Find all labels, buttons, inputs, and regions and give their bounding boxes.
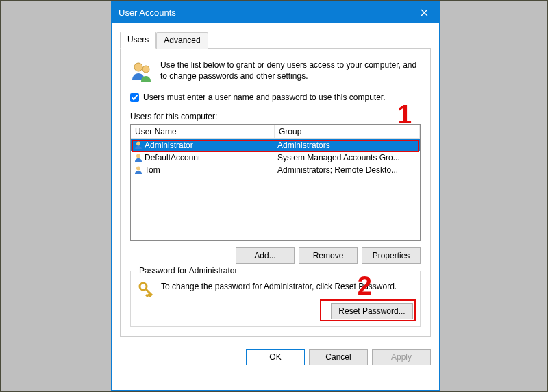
users-icon — [130, 60, 153, 83]
titlebar: User Accounts — [112, 2, 439, 23]
window-title: User Accounts — [119, 8, 176, 18]
require-login-checkbox[interactable] — [130, 93, 139, 102]
client-area: Users Advanced Use the list below to gra… — [112, 23, 439, 340]
apply-button[interactable]: Apply — [372, 349, 431, 365]
require-login-row: Users must enter a user name and passwor… — [129, 88, 422, 108]
tabstrip: Users Advanced — [120, 31, 431, 49]
tab-users-panel: Use the list below to grant or deny user… — [120, 49, 431, 337]
remove-button[interactable]: Remove — [299, 247, 358, 264]
intro-row: Use the list below to grant or deny user… — [129, 57, 422, 88]
cell-group: Administrators — [275, 140, 420, 151]
reset-button-row: Reset Password... — [138, 303, 413, 319]
users-listbox[interactable]: User Name Group Administrator Administra… — [130, 124, 421, 241]
list-row-tom[interactable]: Tom Administrators; Remote Deskto... — [131, 164, 420, 176]
user-buttons-row: Add... Remove Properties — [130, 247, 421, 264]
password-groupbox: Password for Administrator To change the… — [130, 271, 421, 327]
col-username[interactable]: User Name — [131, 125, 275, 138]
list-row-administrator[interactable]: Administrator Administrators — [131, 139, 420, 151]
cancel-button[interactable]: Cancel — [309, 349, 368, 365]
svg-point-2 — [134, 63, 142, 71]
cell-group: Administrators; Remote Deskto... — [275, 164, 420, 175]
add-button[interactable]: Add... — [236, 247, 295, 264]
dialog-buttons: OK Cancel Apply — [112, 343, 439, 368]
close-icon — [421, 9, 428, 16]
reset-password-button[interactable]: Reset Password... — [331, 303, 413, 319]
close-button[interactable] — [409, 2, 439, 23]
require-login-label: Users must enter a user name and passwor… — [143, 93, 386, 102]
svg-point-6 — [136, 167, 140, 171]
user-accounts-window: User Accounts Users Advanced — [111, 1, 440, 391]
user-icon — [134, 153, 143, 162]
users-list-label: Users for this computer: — [129, 108, 422, 123]
intro-text: Use the list below to grant or deny user… — [160, 60, 421, 82]
user-icon — [134, 140, 143, 150]
properties-button[interactable]: Properties — [362, 247, 421, 264]
cell-username: Tom — [145, 165, 160, 175]
tab-users[interactable]: Users — [120, 32, 156, 49]
list-header: User Name Group — [131, 125, 420, 139]
password-row: To change the password for Administrator… — [138, 278, 413, 297]
ok-button[interactable]: OK — [246, 349, 305, 365]
svg-point-5 — [136, 154, 140, 158]
user-icon — [134, 165, 143, 175]
password-group-legend: Password for Administrator — [136, 266, 240, 275]
col-group[interactable]: Group — [275, 125, 420, 138]
key-icon — [138, 281, 154, 297]
password-text: To change the password for Administrator… — [161, 281, 413, 292]
tab-advanced[interactable]: Advanced — [156, 32, 208, 49]
cell-group: System Managed Accounts Gro... — [275, 152, 420, 163]
page-background: User Accounts Users Advanced — [0, 0, 548, 392]
list-row-defaultaccount[interactable]: DefaultAccount System Managed Accounts G… — [131, 151, 420, 164]
svg-point-3 — [142, 66, 149, 73]
cell-username: DefaultAccount — [145, 153, 200, 162]
cell-username: Administrator — [145, 140, 193, 150]
svg-point-4 — [136, 142, 140, 146]
